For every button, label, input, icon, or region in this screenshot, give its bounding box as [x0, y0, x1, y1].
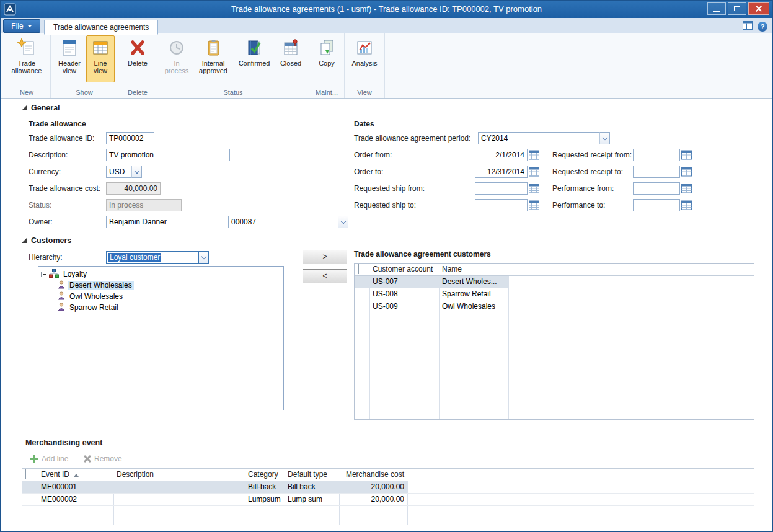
- owner-dropdown-button[interactable]: [338, 216, 348, 228]
- close-button[interactable]: [748, 2, 769, 15]
- performance-from-field[interactable]: [633, 182, 680, 195]
- table-row[interactable]: ME000001 Bill-back Bill back 20,000.00: [22, 481, 754, 494]
- copy-button[interactable]: Copy: [312, 35, 341, 82]
- customers-grid-header: Customer account Name: [355, 264, 754, 276]
- column-header[interactable]: Merchandise cost: [339, 469, 407, 481]
- tree-node-customer[interactable]: Owl Wholesales: [58, 291, 281, 302]
- requested-ship-to-field[interactable]: [475, 199, 528, 211]
- field-label: Currency:: [29, 166, 61, 178]
- calendar-icon[interactable]: [528, 199, 540, 211]
- confirmed-icon: [244, 38, 264, 58]
- calendar-icon[interactable]: [681, 182, 692, 195]
- order-from-field[interactable]: [475, 149, 528, 161]
- column-header[interactable]: Event ID: [38, 469, 113, 481]
- column-header[interactable]: Customer account: [369, 264, 439, 275]
- person-icon: [58, 280, 65, 291]
- calendar-icon[interactable]: [528, 166, 540, 178]
- column-header[interactable]: Name: [439, 264, 508, 275]
- analysis-button[interactable]: Analysis: [348, 35, 381, 82]
- requested-receipt-from-field[interactable]: [633, 149, 680, 161]
- ribbon-group-show: Header view Line view: [51, 33, 118, 98]
- order-to-field[interactable]: [475, 166, 528, 178]
- in-process-button: In process: [161, 35, 193, 82]
- collapse-expander-icon[interactable]: [41, 272, 46, 277]
- delete-button[interactable]: Delete: [121, 35, 154, 82]
- customers-grid: Customer account Name US-007 Desert Whol…: [354, 263, 754, 420]
- field-label: Performance to:: [552, 199, 605, 211]
- currency-dropdown-button[interactable]: [131, 166, 142, 178]
- table-row[interactable]: US-007 Desert Wholes...: [355, 276, 754, 288]
- agreement-period-field[interactable]: [478, 132, 600, 144]
- section-customers[interactable]: Customers: [22, 236, 71, 245]
- button-label: Copy: [319, 60, 335, 67]
- minimize-button[interactable]: [707, 2, 726, 15]
- line-view-button[interactable]: Line view: [86, 35, 115, 82]
- default-type-cell: Lump sum: [285, 494, 339, 505]
- table-row[interactable]: US-009 Owl Wholesales: [355, 301, 754, 313]
- closed-button[interactable]: Closed: [276, 35, 306, 82]
- button-label: Line view: [89, 60, 112, 74]
- x-icon: [84, 455, 91, 463]
- move-right-button[interactable]: >: [303, 250, 347, 264]
- ribbon-group-status: In process Internal approved: [157, 33, 309, 98]
- calendar-icon[interactable]: [681, 149, 692, 161]
- app-window: Trade allowance agreements (1 - usmf) - …: [0, 0, 773, 532]
- select-all-checkbox[interactable]: [358, 264, 359, 274]
- currency-field[interactable]: [106, 166, 132, 178]
- in-process-icon: [167, 38, 187, 58]
- field-label: Requested receipt from:: [552, 149, 632, 161]
- column-header[interactable]: Default type: [285, 469, 339, 481]
- group-label-show: Show: [53, 87, 115, 98]
- calendar-icon[interactable]: [681, 199, 692, 211]
- collapse-icon: [22, 238, 27, 243]
- owner-code-field[interactable]: [228, 216, 338, 228]
- calendar-icon[interactable]: [681, 166, 692, 178]
- owner-name-field[interactable]: [106, 216, 229, 228]
- field-label: Description:: [29, 149, 68, 161]
- maximize-icon: [734, 6, 740, 11]
- remove-label: Remove: [94, 454, 122, 463]
- group-label-status: Status: [160, 87, 306, 98]
- button-label: Internal approved: [197, 60, 230, 74]
- column-header[interactable]: Category: [245, 469, 285, 481]
- header-view-button[interactable]: Header view: [54, 35, 85, 82]
- customers-grid-title: Trade allowance agreement customers: [354, 250, 491, 259]
- chevron-down-icon: [340, 218, 345, 223]
- section-general[interactable]: General: [22, 104, 60, 112]
- tree-guide-line: [50, 278, 50, 311]
- select-all-checkbox[interactable]: [25, 469, 26, 479]
- period-dropdown-button[interactable]: [599, 132, 610, 144]
- tab-trade-allowance-agreements[interactable]: Trade allowance agreements: [44, 20, 158, 35]
- maximize-button[interactable]: [728, 2, 746, 15]
- calendar-icon[interactable]: [528, 149, 540, 161]
- confirmed-button[interactable]: Confirmed: [234, 35, 275, 82]
- tree-node-customer[interactable]: Desert Wholesales: [58, 280, 281, 291]
- table-row[interactable]: US-008 Sparrow Retail: [355, 288, 754, 301]
- hierarchy-combobox[interactable]: Loyal customer: [106, 251, 199, 264]
- description-field[interactable]: [106, 149, 230, 161]
- customer-account-cell: US-008: [369, 288, 439, 301]
- table-row[interactable]: ME000002 Lumpsum Lump sum 20,000.00: [22, 494, 754, 506]
- hierarchy-dropdown-button[interactable]: [198, 251, 209, 264]
- column-header[interactable]: Description: [113, 469, 245, 481]
- file-menu-button[interactable]: File: [3, 19, 40, 33]
- calendar-icon[interactable]: [528, 182, 540, 195]
- tree-node-loyalty[interactable]: Loyalty: [41, 268, 281, 280]
- delete-icon: [128, 38, 148, 58]
- help-icon[interactable]: ?: [758, 22, 767, 32]
- customer-name-cell: Desert Wholes...: [439, 276, 508, 288]
- move-left-button[interactable]: <: [303, 269, 347, 283]
- trade-allowance-id-field[interactable]: [106, 132, 154, 144]
- tree-node-customer[interactable]: Sparrow Retail: [58, 302, 281, 313]
- performance-to-field[interactable]: [633, 199, 680, 211]
- status-field: [106, 199, 182, 211]
- requested-ship-from-field[interactable]: [475, 182, 528, 195]
- menu-bar: File Trade allowance agreements ?: [1, 18, 772, 34]
- layout-icon[interactable]: [743, 21, 753, 32]
- ribbon: Trade allowance New: [1, 33, 772, 99]
- merch-grid-header: Event ID Description Category Default ty…: [22, 469, 754, 481]
- requested-receipt-to-field[interactable]: [633, 166, 680, 178]
- trade-allowance-button[interactable]: Trade allowance: [6, 35, 47, 82]
- trade-allowance-group-title: Trade allowance: [29, 120, 86, 128]
- internal-approved-button[interactable]: Internal approved: [194, 35, 232, 82]
